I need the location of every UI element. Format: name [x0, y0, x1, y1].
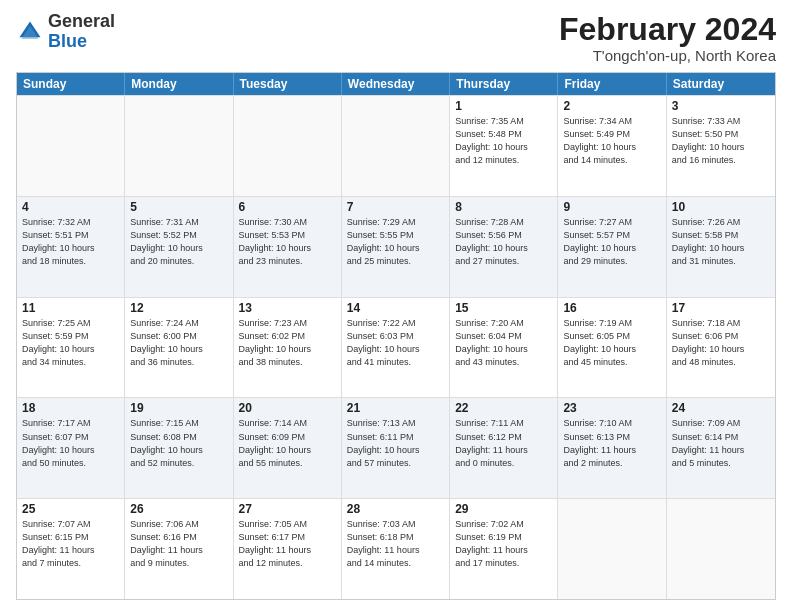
header: General Blue February 2024 T'ongch'on-up… [16, 12, 776, 64]
calendar: SundayMondayTuesdayWednesdayThursdayFrid… [16, 72, 776, 600]
day-cell-8: 8Sunrise: 7:28 AMSunset: 5:56 PMDaylight… [450, 197, 558, 297]
day-cell-9: 9Sunrise: 7:27 AMSunset: 5:57 PMDaylight… [558, 197, 666, 297]
day-info: Sunrise: 7:30 AMSunset: 5:53 PMDaylight:… [239, 216, 336, 268]
empty-cell-4-6 [667, 499, 775, 599]
day-number: 19 [130, 401, 227, 415]
day-cell-3: 3Sunrise: 7:33 AMSunset: 5:50 PMDaylight… [667, 96, 775, 196]
day-number: 18 [22, 401, 119, 415]
day-cell-18: 18Sunrise: 7:17 AMSunset: 6:07 PMDayligh… [17, 398, 125, 498]
day-number: 11 [22, 301, 119, 315]
empty-cell-4-5 [558, 499, 666, 599]
day-cell-29: 29Sunrise: 7:02 AMSunset: 6:19 PMDayligh… [450, 499, 558, 599]
day-cell-25: 25Sunrise: 7:07 AMSunset: 6:15 PMDayligh… [17, 499, 125, 599]
day-number: 9 [563, 200, 660, 214]
day-number: 6 [239, 200, 336, 214]
day-cell-2: 2Sunrise: 7:34 AMSunset: 5:49 PMDaylight… [558, 96, 666, 196]
logo-general: General [48, 11, 115, 31]
day-info: Sunrise: 7:27 AMSunset: 5:57 PMDaylight:… [563, 216, 660, 268]
empty-cell-0-2 [234, 96, 342, 196]
header-friday: Friday [558, 73, 666, 95]
day-number: 16 [563, 301, 660, 315]
empty-cell-0-3 [342, 96, 450, 196]
day-number: 22 [455, 401, 552, 415]
day-number: 3 [672, 99, 770, 113]
day-number: 2 [563, 99, 660, 113]
day-info: Sunrise: 7:20 AMSunset: 6:04 PMDaylight:… [455, 317, 552, 369]
day-cell-26: 26Sunrise: 7:06 AMSunset: 6:16 PMDayligh… [125, 499, 233, 599]
day-cell-4: 4Sunrise: 7:32 AMSunset: 5:51 PMDaylight… [17, 197, 125, 297]
day-info: Sunrise: 7:07 AMSunset: 6:15 PMDaylight:… [22, 518, 119, 570]
day-info: Sunrise: 7:17 AMSunset: 6:07 PMDaylight:… [22, 417, 119, 469]
page: General Blue February 2024 T'ongch'on-up… [0, 0, 792, 612]
day-number: 17 [672, 301, 770, 315]
day-info: Sunrise: 7:05 AMSunset: 6:17 PMDaylight:… [239, 518, 336, 570]
header-saturday: Saturday [667, 73, 775, 95]
day-cell-23: 23Sunrise: 7:10 AMSunset: 6:13 PMDayligh… [558, 398, 666, 498]
day-number: 13 [239, 301, 336, 315]
calendar-body: 1Sunrise: 7:35 AMSunset: 5:48 PMDaylight… [17, 95, 775, 599]
day-cell-7: 7Sunrise: 7:29 AMSunset: 5:55 PMDaylight… [342, 197, 450, 297]
week-row-2: 11Sunrise: 7:25 AMSunset: 5:59 PMDayligh… [17, 297, 775, 398]
day-number: 23 [563, 401, 660, 415]
day-info: Sunrise: 7:28 AMSunset: 5:56 PMDaylight:… [455, 216, 552, 268]
day-cell-20: 20Sunrise: 7:14 AMSunset: 6:09 PMDayligh… [234, 398, 342, 498]
header-wednesday: Wednesday [342, 73, 450, 95]
logo-blue: Blue [48, 31, 87, 51]
day-cell-27: 27Sunrise: 7:05 AMSunset: 6:17 PMDayligh… [234, 499, 342, 599]
day-number: 28 [347, 502, 444, 516]
day-info: Sunrise: 7:15 AMSunset: 6:08 PMDaylight:… [130, 417, 227, 469]
day-cell-10: 10Sunrise: 7:26 AMSunset: 5:58 PMDayligh… [667, 197, 775, 297]
day-info: Sunrise: 7:33 AMSunset: 5:50 PMDaylight:… [672, 115, 770, 167]
day-cell-1: 1Sunrise: 7:35 AMSunset: 5:48 PMDaylight… [450, 96, 558, 196]
day-cell-14: 14Sunrise: 7:22 AMSunset: 6:03 PMDayligh… [342, 298, 450, 398]
day-cell-22: 22Sunrise: 7:11 AMSunset: 6:12 PMDayligh… [450, 398, 558, 498]
day-info: Sunrise: 7:19 AMSunset: 6:05 PMDaylight:… [563, 317, 660, 369]
day-info: Sunrise: 7:11 AMSunset: 6:12 PMDaylight:… [455, 417, 552, 469]
title-block: February 2024 T'ongch'on-up, North Korea [559, 12, 776, 64]
calendar-title: February 2024 [559, 12, 776, 47]
day-info: Sunrise: 7:32 AMSunset: 5:51 PMDaylight:… [22, 216, 119, 268]
day-number: 8 [455, 200, 552, 214]
day-cell-17: 17Sunrise: 7:18 AMSunset: 6:06 PMDayligh… [667, 298, 775, 398]
day-info: Sunrise: 7:10 AMSunset: 6:13 PMDaylight:… [563, 417, 660, 469]
day-info: Sunrise: 7:35 AMSunset: 5:48 PMDaylight:… [455, 115, 552, 167]
empty-cell-0-0 [17, 96, 125, 196]
header-thursday: Thursday [450, 73, 558, 95]
header-monday: Monday [125, 73, 233, 95]
day-number: 24 [672, 401, 770, 415]
day-number: 21 [347, 401, 444, 415]
day-number: 15 [455, 301, 552, 315]
day-number: 20 [239, 401, 336, 415]
logo-icon [16, 18, 44, 46]
day-info: Sunrise: 7:22 AMSunset: 6:03 PMDaylight:… [347, 317, 444, 369]
logo-text: General Blue [48, 12, 115, 52]
day-number: 1 [455, 99, 552, 113]
day-number: 12 [130, 301, 227, 315]
day-number: 10 [672, 200, 770, 214]
day-number: 29 [455, 502, 552, 516]
day-number: 5 [130, 200, 227, 214]
day-cell-21: 21Sunrise: 7:13 AMSunset: 6:11 PMDayligh… [342, 398, 450, 498]
day-info: Sunrise: 7:13 AMSunset: 6:11 PMDaylight:… [347, 417, 444, 469]
day-cell-5: 5Sunrise: 7:31 AMSunset: 5:52 PMDaylight… [125, 197, 233, 297]
day-info: Sunrise: 7:24 AMSunset: 6:00 PMDaylight:… [130, 317, 227, 369]
day-info: Sunrise: 7:29 AMSunset: 5:55 PMDaylight:… [347, 216, 444, 268]
day-info: Sunrise: 7:31 AMSunset: 5:52 PMDaylight:… [130, 216, 227, 268]
day-number: 27 [239, 502, 336, 516]
day-cell-19: 19Sunrise: 7:15 AMSunset: 6:08 PMDayligh… [125, 398, 233, 498]
week-row-0: 1Sunrise: 7:35 AMSunset: 5:48 PMDaylight… [17, 95, 775, 196]
header-sunday: Sunday [17, 73, 125, 95]
day-number: 14 [347, 301, 444, 315]
day-cell-6: 6Sunrise: 7:30 AMSunset: 5:53 PMDaylight… [234, 197, 342, 297]
week-row-3: 18Sunrise: 7:17 AMSunset: 6:07 PMDayligh… [17, 397, 775, 498]
day-info: Sunrise: 7:14 AMSunset: 6:09 PMDaylight:… [239, 417, 336, 469]
day-number: 25 [22, 502, 119, 516]
day-cell-11: 11Sunrise: 7:25 AMSunset: 5:59 PMDayligh… [17, 298, 125, 398]
day-number: 26 [130, 502, 227, 516]
empty-cell-0-1 [125, 96, 233, 196]
day-info: Sunrise: 7:23 AMSunset: 6:02 PMDaylight:… [239, 317, 336, 369]
day-info: Sunrise: 7:06 AMSunset: 6:16 PMDaylight:… [130, 518, 227, 570]
week-row-1: 4Sunrise: 7:32 AMSunset: 5:51 PMDaylight… [17, 196, 775, 297]
day-info: Sunrise: 7:03 AMSunset: 6:18 PMDaylight:… [347, 518, 444, 570]
day-info: Sunrise: 7:09 AMSunset: 6:14 PMDaylight:… [672, 417, 770, 469]
